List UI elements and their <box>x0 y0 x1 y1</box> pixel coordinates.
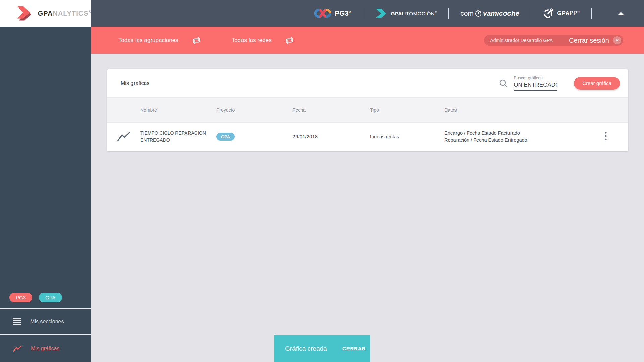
menu-lines-icon <box>13 318 21 325</box>
sidebar-badges: PG3 GPA <box>0 293 91 308</box>
sidebar: GPANALYTICS® PG3 GPA Mis secciones <box>0 0 91 362</box>
create-chart-button[interactable]: Crear gráfica <box>574 77 620 90</box>
row-data-line-2: Reparación / Fecha Estado Entregado <box>444 137 584 144</box>
toast-close-button[interactable]: CERRAR <box>342 346 366 351</box>
sidebar-item-mis-graficas[interactable]: Mis gráficas <box>0 335 91 362</box>
line-chart-icon <box>117 132 130 142</box>
stopwatch-icon <box>474 9 482 17</box>
filter-agrupaciones[interactable]: Todas las agrupaciones <box>118 37 178 44</box>
sidebar-bottom: PG3 GPA Mis secciones Mis gráficas <box>0 293 91 362</box>
col-header-datos: Datos <box>444 107 584 113</box>
sidebar-item-label: Mis secciones <box>30 319 64 325</box>
pg3-label: PG3® <box>335 9 351 17</box>
topbar-divider <box>363 8 363 19</box>
vertical-dots-icon <box>605 132 607 140</box>
product-pg3[interactable]: PG3® <box>314 7 351 19</box>
line-chart-icon <box>13 345 22 352</box>
app-logo-text: GPANALYTICS® <box>38 10 91 17</box>
col-header-nombre: Nombre <box>140 107 216 113</box>
collapse-arrow-icon[interactable] <box>618 12 624 15</box>
app-logo[interactable]: GPANALYTICS® <box>0 0 91 27</box>
gpautomocion-label: GPAUTOMOCIÓN® <box>391 11 437 16</box>
toast-message: Gráfica creada <box>285 345 327 352</box>
search-group: Buscar gráficas Crear gráfica <box>499 76 620 91</box>
logo-light: NALYTICS <box>53 10 88 17</box>
logout-button[interactable]: Cerrar sesión ✕ <box>569 36 621 44</box>
sidebar-item-mis-secciones[interactable]: Mis secciones <box>0 309 91 334</box>
table-row[interactable]: TIEMPO CICLO REPARACION ENTREGADO GPA 29… <box>107 123 628 151</box>
gpaapp-label: GPAPP® <box>557 10 580 16</box>
user-role-label: Administrador Desarrollo GPA <box>490 38 552 43</box>
topbar-divider <box>591 8 592 19</box>
filter-bar: Todas las agrupaciones Todas las redes <box>91 27 644 54</box>
automocion-arrow-icon <box>374 8 388 19</box>
swap-redes-button[interactable] <box>285 37 294 44</box>
row-type: Líneas rectas <box>370 134 399 139</box>
search-field: Buscar gráficas <box>514 76 557 91</box>
logo-bold: GPA <box>38 10 53 17</box>
repeat-icon <box>285 37 294 44</box>
topbar-divider <box>448 8 449 19</box>
row-name: TIEMPO CICLO REPARACION ENTREGADO <box>140 130 206 143</box>
col-header-fecha: Fecha <box>292 107 370 113</box>
gpa-arrow-icon <box>16 5 33 21</box>
row-menu-button[interactable] <box>602 130 609 143</box>
row-type-icon-cell <box>107 132 140 142</box>
badge-gpa[interactable]: GPA <box>39 293 62 302</box>
row-data-line-1: Encargo / Fecha Estado Facturado <box>444 130 584 137</box>
search-icon[interactable] <box>499 79 508 88</box>
row-date: 29/01/2018 <box>292 134 318 139</box>
logo-reg: ® <box>89 10 91 14</box>
sidebar-item-label: Mis gráficas <box>31 346 59 352</box>
comprovamicoche-label: com vamicoche <box>460 9 519 17</box>
gpa-app-icon <box>543 8 554 19</box>
search-field-label: Buscar gráficas <box>514 76 557 80</box>
col-header-proyecto: Proyecto <box>216 107 292 113</box>
pg3-infinity-icon <box>314 7 331 19</box>
session-pill: Administrador Desarrollo GPA Cerrar sesi… <box>484 35 623 46</box>
card-header: Mis gráficas Buscar gráficas Crear gráfi… <box>107 69 628 97</box>
mis-graficas-card: Mis gráficas Buscar gráficas Crear gráfi… <box>107 69 628 151</box>
table-header-row: Nombre Proyecto Fecha Tipo Datos <box>107 97 628 123</box>
filter-redes[interactable]: Todas las redes <box>232 37 272 44</box>
search-input[interactable] <box>514 81 557 91</box>
app-root: GPANALYTICS® PG3 GPA Mis secciones <box>0 0 644 362</box>
product-gpaapp[interactable]: GPAPP® <box>543 8 580 19</box>
close-session-icon: ✕ <box>613 36 621 44</box>
badge-pg3[interactable]: PG3 <box>9 293 32 302</box>
repeat-icon <box>192 37 201 44</box>
product-gpautomocion[interactable]: GPAUTOMOCIÓN® <box>374 8 437 19</box>
snackbar-toast: Gráfica creada CERRAR <box>274 335 370 362</box>
top-product-bar: PG3® GPAUTOMOCIÓN® com vamicoche <box>91 0 644 27</box>
swap-agrupaciones-button[interactable] <box>192 37 201 44</box>
product-comprovamicoche[interactable]: com vamicoche <box>460 9 519 17</box>
logout-label: Cerrar sesión <box>569 37 609 44</box>
col-header-tipo: Tipo <box>370 107 444 113</box>
topbar-divider <box>531 8 531 19</box>
project-badge: GPA <box>216 133 235 141</box>
page-title: Mis gráficas <box>121 80 149 86</box>
